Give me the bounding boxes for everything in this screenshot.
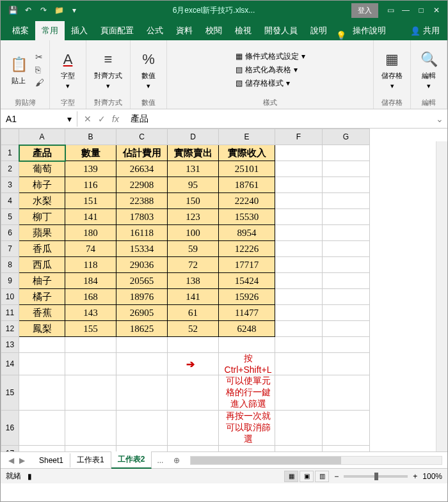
cell[interactable]: 按Ctrl+Shift+L xyxy=(219,353,275,375)
cell[interactable] xyxy=(65,375,116,411)
cell[interactable] xyxy=(275,273,323,289)
cell[interactable] xyxy=(323,446,370,452)
name-box[interactable]: A1▾ xyxy=(1,111,77,127)
align-button[interactable]: ≡ 對齊方式▾ xyxy=(92,48,125,91)
col-header[interactable]: G xyxy=(323,129,370,145)
cell[interactable] xyxy=(275,225,323,241)
tab-layout[interactable]: 頁面配置 xyxy=(94,21,140,40)
formula-bar[interactable]: 產品 xyxy=(131,113,148,125)
enter-fx-icon[interactable]: ✓ xyxy=(98,114,106,124)
col-header[interactable]: D xyxy=(168,129,219,145)
zoom-out-icon[interactable]: − xyxy=(334,472,339,481)
view-pagebreak-icon[interactable]: ▥ xyxy=(315,471,329,482)
cell[interactable] xyxy=(168,337,219,353)
cell[interactable]: 產品 xyxy=(19,145,65,161)
cell[interactable]: 17803 xyxy=(116,209,168,225)
copy-icon[interactable]: ⎘ xyxy=(35,65,44,75)
tab-dev[interactable]: 開發人員 xyxy=(258,21,304,40)
redo-icon[interactable]: ↷ xyxy=(36,3,51,17)
cell[interactable]: 柳丁 xyxy=(19,209,65,225)
cells-button[interactable]: ▦ 儲存格▾ xyxy=(379,48,405,91)
cell[interactable]: 15926 xyxy=(219,289,275,305)
number-button[interactable]: % 數值▾ xyxy=(136,48,161,91)
row-header[interactable]: 17 xyxy=(1,446,19,452)
expand-fx-icon[interactable]: ⌄ xyxy=(436,114,447,124)
cell[interactable] xyxy=(275,161,323,177)
sheet-add-button[interactable]: ⊕ xyxy=(168,453,185,467)
cell[interactable] xyxy=(219,337,275,353)
view-normal-icon[interactable]: ▦ xyxy=(284,471,298,482)
folder-icon[interactable]: 📁 xyxy=(52,3,66,17)
cell[interactable]: 59 xyxy=(168,241,219,257)
cell[interactable] xyxy=(65,353,116,375)
cell[interactable] xyxy=(65,337,116,353)
zoom-level[interactable]: 100% xyxy=(422,472,442,481)
cell[interactable]: 實際賣出 xyxy=(168,145,219,161)
cell[interactable]: 西瓜 xyxy=(19,257,65,273)
view-layout-icon[interactable]: ▣ xyxy=(300,471,314,482)
cell[interactable]: 20565 xyxy=(116,273,168,289)
cell[interactable]: 72 xyxy=(168,257,219,273)
cell[interactable] xyxy=(275,209,323,225)
cell[interactable]: 95 xyxy=(168,177,219,193)
cell[interactable] xyxy=(323,161,370,177)
cell[interactable]: 15424 xyxy=(219,273,275,289)
col-header[interactable]: E xyxy=(219,129,275,145)
cell[interactable]: 131 xyxy=(168,161,219,177)
row-header[interactable]: 8 xyxy=(1,257,19,273)
cell[interactable] xyxy=(275,241,323,257)
cell[interactable] xyxy=(323,411,370,446)
cell[interactable]: 180 xyxy=(65,225,116,241)
cell[interactable]: 18625 xyxy=(116,321,168,337)
cell[interactable]: 150 xyxy=(168,193,219,209)
cell[interactable]: 17717 xyxy=(219,257,275,273)
format-painter-icon[interactable]: 🖌 xyxy=(35,77,44,88)
cell[interactable] xyxy=(323,145,370,161)
cell[interactable] xyxy=(323,257,370,273)
cell[interactable]: 151 xyxy=(65,193,116,209)
paste-button[interactable]: 📋 貼上 xyxy=(6,53,31,87)
cell[interactable] xyxy=(275,337,323,353)
cell[interactable]: 118 xyxy=(65,257,116,273)
col-header[interactable]: C xyxy=(116,129,168,145)
cell[interactable]: 100 xyxy=(168,225,219,241)
cell[interactable]: 138 xyxy=(168,273,219,289)
cell[interactable]: 139 xyxy=(65,161,116,177)
sheet-next-icon[interactable]: ▶ xyxy=(19,456,25,465)
cell[interactable] xyxy=(219,446,275,452)
tab-home[interactable]: 常用 xyxy=(35,21,65,40)
cell[interactable]: 香蕉 xyxy=(19,305,65,321)
horizontal-scrollbar[interactable] xyxy=(190,456,442,465)
tell-me[interactable]: 操作說明 xyxy=(346,21,392,40)
cell[interactable] xyxy=(323,193,370,209)
sheet-tab-2[interactable]: 工作表1 xyxy=(70,452,111,468)
conditional-format-button[interactable]: ▦條件式格式設定 ▾ xyxy=(236,51,305,62)
tab-data[interactable]: 資料 xyxy=(170,21,199,40)
row-header[interactable]: 5 xyxy=(1,209,19,225)
cell[interactable] xyxy=(275,289,323,305)
cell[interactable]: 15530 xyxy=(219,209,275,225)
cell[interactable]: 141 xyxy=(65,209,116,225)
cell[interactable] xyxy=(65,411,116,446)
cell[interactable] xyxy=(323,337,370,353)
cell[interactable] xyxy=(19,446,65,452)
cell[interactable]: 再按一次就可以取消篩選 xyxy=(219,411,275,446)
cell[interactable]: 25101 xyxy=(219,161,275,177)
cell[interactable]: 15334 xyxy=(116,241,168,257)
share-button[interactable]: 👤共用 xyxy=(403,21,447,40)
row-header[interactable]: 14 xyxy=(1,353,19,375)
cell[interactable] xyxy=(323,353,370,375)
cell[interactable]: 佔計費用 xyxy=(116,145,168,161)
undo-icon[interactable]: ↶ xyxy=(21,3,35,17)
sheet-more[interactable]: ... xyxy=(152,453,168,467)
tab-review[interactable]: 校閱 xyxy=(199,21,228,40)
cell[interactable]: 葡萄 xyxy=(19,161,65,177)
cell[interactable] xyxy=(275,446,323,452)
cell[interactable] xyxy=(116,375,168,411)
format-as-table-button[interactable]: ▤格式化為表格 ▾ xyxy=(236,65,298,75)
tab-view[interactable]: 檢視 xyxy=(228,21,258,40)
cell[interactable] xyxy=(275,375,323,411)
cell[interactable] xyxy=(323,225,370,241)
row-header[interactable]: 11 xyxy=(1,305,19,321)
cell[interactable]: 橘子 xyxy=(19,289,65,305)
